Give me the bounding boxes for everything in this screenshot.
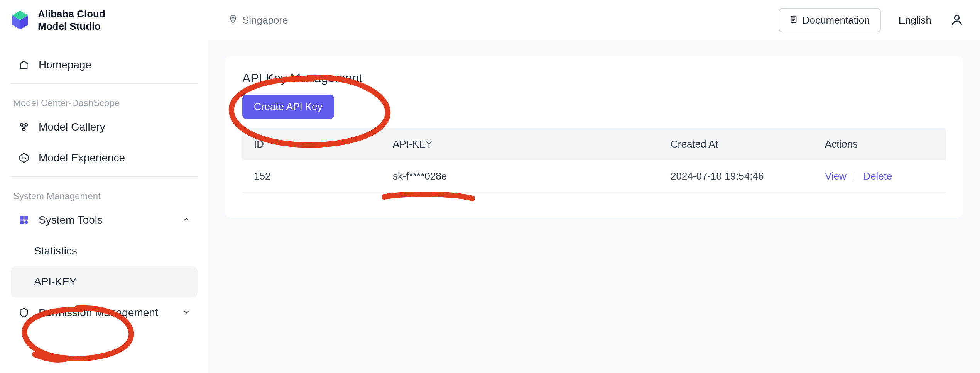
sidebar-item-label: System Tools [39,214,103,226]
page-title: API Key Management [242,71,946,85]
home-icon [18,59,30,71]
action-view[interactable]: View [825,170,847,182]
action-delete[interactable]: Delete [863,170,892,182]
col-header-actions: Actions [813,128,946,160]
sidebar-item-homepage[interactable]: Homepage [11,49,198,80]
sidebar-sub-statistics[interactable]: Statistics [11,236,198,266]
divider [11,83,198,84]
user-avatar-icon[interactable] [949,12,965,28]
api-key-card: API Key Management Create API Key ID API… [225,56,963,218]
svg-point-3 [232,17,234,19]
cell-created: 2024-07-10 19:54:46 [659,160,813,193]
sidebar-item-system-tools[interactable]: System Tools [11,205,198,236]
sidebar-item-label: Homepage [39,59,91,71]
divider [11,176,198,177]
gallery-icon [18,121,30,133]
table-row: 152 sk-f****028e 2024-07-10 19:54:46 Vie… [242,160,946,193]
chevron-down-icon [182,307,191,319]
sidebar-item-permission-management[interactable]: Permission Management [11,297,198,328]
sidebar-item-model-gallery[interactable]: Model Gallery [11,112,198,142]
tools-icon [18,214,30,226]
svg-point-8 [955,15,959,20]
main-content: API Key Management Create API Key ID API… [208,40,980,373]
cell-id: 152 [242,160,381,193]
location-pin-icon [228,15,238,25]
experience-icon [18,152,30,164]
svg-rect-16 [20,216,24,220]
cell-api-key: sk-f****028e [381,160,659,193]
svg-point-11 [23,128,25,131]
chevron-up-icon [182,214,191,226]
sidebar: Homepage Model Center-DashScope Model Ga… [0,40,208,373]
sidebar-item-label: Permission Management [39,307,158,319]
svg-point-19 [24,220,28,224]
sidebar-section-system-mgmt: System Management [13,191,198,202]
region-selector[interactable]: Singapore [228,14,288,26]
col-header-api-key: API-KEY [381,128,659,160]
sidebar-item-label: API-KEY [34,276,76,288]
sidebar-item-label: Model Experience [39,152,125,164]
col-header-created: Created At [659,128,813,160]
sidebar-item-model-experience[interactable]: Model Experience [11,142,198,173]
create-api-key-button[interactable]: Create API Key [242,95,334,119]
api-key-table: ID API-KEY Created At Actions 152 sk-f**… [242,128,946,193]
cell-actions: View Delete [813,160,946,193]
sidebar-section-model-center: Model Center-DashScope [13,98,198,109]
document-icon [789,14,798,26]
shield-icon [18,307,30,319]
sidebar-sub-api-key[interactable]: API-KEY [11,266,198,297]
separator [855,173,855,181]
documentation-label: Documentation [803,14,870,26]
brand-logo-icon [9,9,31,31]
sidebar-item-label: Model Gallery [39,121,105,133]
documentation-button[interactable]: Documentation [779,8,881,32]
sidebar-item-label: Statistics [34,245,77,257]
svg-rect-18 [20,220,24,224]
region-label: Singapore [242,14,288,26]
brand-line2: Model Studio [38,20,105,33]
language-selector[interactable]: English [899,14,931,26]
svg-rect-17 [24,216,28,220]
col-header-id: ID [242,128,381,160]
brand[interactable]: Alibaba Cloud Model Studio [9,8,210,33]
brand-line1: Alibaba Cloud [38,8,105,20]
